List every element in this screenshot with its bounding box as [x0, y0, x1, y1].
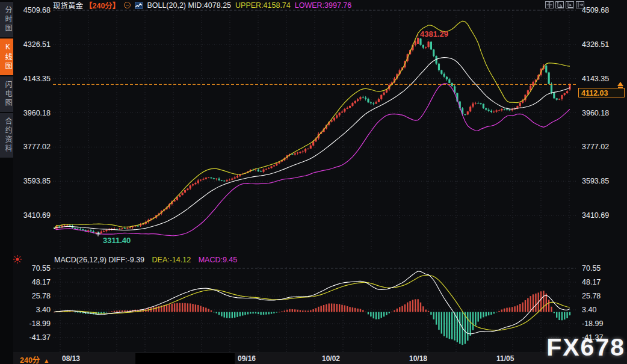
svg-text:4143.35: 4143.35 — [582, 75, 609, 83]
svg-text:4326.51: 4326.51 — [582, 40, 609, 49]
svg-text:70.55: 70.55 — [582, 264, 601, 273]
boll-upper-line — [54, 21, 570, 229]
date-tick-label: 10/02 — [322, 354, 340, 363]
svg-text:48.17: 48.17 — [582, 278, 601, 286]
last-price-tag: 4112.03 — [578, 88, 625, 97]
y-axis-scale-icon[interactable] — [555, 1, 564, 8]
date-tick-label: 08/13 — [62, 354, 80, 363]
triangle-up-icon: ▲ — [43, 357, 49, 364]
period-badge[interactable]: 【240分】 — [85, 0, 120, 11]
svg-text:3.40: 3.40 — [36, 306, 51, 314]
svg-text:3777.02: 3777.02 — [23, 143, 51, 151]
instrument-name: 现货黄金 — [53, 0, 83, 11]
kline-chart-icon[interactable] — [135, 2, 143, 9]
macd-panel[interactable] — [54, 271, 570, 345]
boll-lower-readout: LOWER:3997.76 — [295, 1, 352, 10]
sidebar-tab-lightning[interactable]: 闪电图 — [0, 76, 13, 112]
axis-labels: 4509.684509.684326.514326.514143.354143.… — [23, 6, 609, 342]
svg-text:48.17: 48.17 — [32, 278, 51, 286]
date-tick-label: 11/05 — [496, 354, 514, 363]
latest-price-marker-icon[interactable] — [617, 82, 623, 88]
svg-text:3410.69: 3410.69 — [582, 211, 609, 220]
svg-text:4509.68: 4509.68 — [582, 6, 609, 14]
macd-header: MACD(26,12,9) DIFF:-9.39 DEA:-14.12 MACD… — [54, 256, 237, 264]
kline-app-window: 4381.293311.404509.684509.684326.514326.… — [0, 0, 627, 364]
scrollbar-thumb[interactable] — [135, 353, 235, 364]
svg-text:25.78: 25.78 — [582, 292, 601, 300]
macd-dea-readout: DEA:-14.12 — [152, 256, 191, 264]
boll-lower-line — [54, 84, 570, 236]
svg-text:3960.18: 3960.18 — [23, 109, 51, 117]
svg-text:3593.85: 3593.85 — [23, 177, 51, 185]
boll-mid-readout: BOLL(20,2) MID:4078.25 — [147, 1, 231, 10]
svg-text:3960.18: 3960.18 — [582, 109, 609, 117]
svg-text:3777.02: 3777.02 — [582, 143, 609, 151]
boll-upper-readout: UPPER:4158.74 — [235, 1, 291, 10]
chart-type-sidebar: 分时图 K线图 闪电图 合约资料 — [0, 0, 13, 364]
low-annotation: 3311.40 — [103, 236, 131, 245]
sidebar-tab-kline[interactable]: K线图 — [0, 39, 13, 75]
date-tick-label: 09/16 — [238, 354, 256, 363]
svg-text:3410.69: 3410.69 — [23, 211, 51, 220]
shift-latest-icon[interactable] — [576, 1, 584, 8]
scale-toolbar — [545, 1, 584, 8]
alert-sun-icon[interactable] — [13, 255, 22, 264]
high-annotation: 4381.29 — [420, 29, 448, 39]
price-macd-chart[interactable]: 4381.293311.404509.684509.684326.514326.… — [0, 0, 627, 364]
sidebar-tab-contract-info[interactable]: 合约资料 — [0, 113, 13, 158]
svg-text:70.55: 70.55 — [32, 264, 51, 273]
svg-text:-41.37: -41.37 — [29, 333, 51, 342]
date-tick-label: 10/18 — [409, 354, 427, 363]
minus-circle-icon[interactable] — [124, 2, 131, 8]
svg-text:3593.85: 3593.85 — [582, 177, 609, 185]
svg-text:3.40: 3.40 — [582, 306, 596, 314]
svg-text:-18.99: -18.99 — [29, 319, 51, 328]
macd-hist-readout: MACD:9.45 — [199, 256, 238, 264]
fx678-watermark: FX678 — [546, 333, 625, 362]
svg-text:4143.35: 4143.35 — [23, 75, 51, 83]
svg-text:4509.68: 4509.68 — [23, 6, 51, 14]
candlestick-panel[interactable] — [53, 21, 570, 236]
crosshair-pan-icon[interactable] — [545, 1, 554, 8]
svg-text:25.78: 25.78 — [32, 292, 51, 300]
svg-text:4326.51: 4326.51 — [23, 40, 51, 49]
sidebar-tab-timeshare[interactable]: 分时图 — [0, 2, 13, 37]
chart-header: 现货黄金 【240分】 BOLL(20,2) MID:4078.25 UPPER… — [53, 0, 351, 10]
macd-diff-readout: MACD(26,12,9) DIFF:-9.39 — [54, 256, 144, 264]
gridlines — [53, 10, 576, 352]
time-axis-bar: 08/1309/1610/0210/1811/05 — [13, 353, 627, 364]
period-selector[interactable]: 240分▲ — [20, 354, 49, 364]
svg-text:-18.99: -18.99 — [582, 319, 603, 328]
boll-mid-line — [54, 58, 570, 230]
auto-scale-icon[interactable] — [566, 1, 574, 8]
